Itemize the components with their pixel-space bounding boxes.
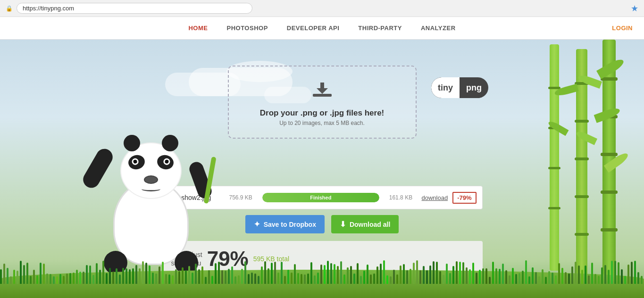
panda-mouth bbox=[142, 187, 160, 191]
panda-eye-right bbox=[163, 157, 171, 166]
dropbox-icon: ✦ bbox=[254, 220, 260, 229]
progress-bar: Finished bbox=[262, 193, 380, 202]
nav-login[interactable]: LOGIN bbox=[612, 25, 633, 32]
file-size-before: 756.9 KB bbox=[229, 194, 258, 201]
panda-nose bbox=[144, 175, 158, 184]
bookmark-star-icon[interactable]: ★ bbox=[631, 3, 638, 14]
nav-home[interactable]: HOME bbox=[188, 25, 208, 32]
save-to-dropbox-button[interactable]: ✦ Save to Dropbox bbox=[245, 215, 325, 233]
tinypng-logo: tiny png bbox=[431, 77, 488, 98]
panda-eye-left bbox=[131, 157, 139, 166]
panda-eye-patch-left bbox=[127, 153, 147, 171]
hero-section: tiny png Drop your .png or .jpg files he… bbox=[0, 40, 644, 298]
drop-zone-subtitle: Up to 20 images, max 5 MB each. bbox=[238, 120, 406, 126]
download-all-button[interactable]: ⬇ Download all bbox=[331, 215, 399, 233]
panda-eye-patch-right bbox=[156, 153, 176, 171]
progress-bar-fill: Finished bbox=[262, 193, 380, 202]
nav-links: HOME PHOTOSHOP DEVELOPER API THIRD-PARTY… bbox=[188, 25, 455, 32]
panda-pupil-left bbox=[133, 159, 138, 164]
file-size-after: 161.8 KB bbox=[384, 194, 412, 201]
panda-pupil-right bbox=[165, 159, 169, 164]
logo-tiny-text: tiny bbox=[431, 77, 460, 98]
download-all-label: Download all bbox=[350, 221, 390, 228]
panda-head bbox=[120, 142, 182, 199]
panda-mascot bbox=[85, 128, 217, 279]
download-link[interactable]: download bbox=[417, 194, 448, 201]
dropbox-label: Save to Dropbox bbox=[264, 221, 316, 228]
svg-rect-0 bbox=[313, 94, 332, 97]
browser-bar: 🔒 https://tinypng.com ★ bbox=[0, 0, 644, 17]
bamboo-decoration bbox=[502, 40, 644, 298]
nav-third-party[interactable]: THIRD-PARTY bbox=[358, 25, 402, 32]
bamboo-stalk-3 bbox=[550, 44, 559, 271]
panda-ear-left bbox=[124, 135, 140, 151]
grass-blades: // Generate grass blades inline via DOM … bbox=[0, 260, 644, 284]
progress-status: Finished bbox=[310, 195, 331, 200]
panda-belly bbox=[134, 208, 167, 251]
panda-arm-left bbox=[80, 146, 116, 190]
percent-badge: -79% bbox=[452, 192, 476, 204]
nav-analyzer[interactable]: ANALYZER bbox=[421, 25, 456, 32]
url-bar[interactable]: https://tinypng.com bbox=[17, 3, 252, 14]
drop-zone-title: Drop your .png or .jpg files here! bbox=[238, 108, 406, 118]
drop-zone[interactable]: Drop your .png or .jpg files here! Up to… bbox=[228, 66, 417, 139]
nav-photoshop[interactable]: PHOTOSHOP bbox=[226, 25, 268, 32]
svg-marker-2 bbox=[317, 88, 328, 94]
logo-png-text: png bbox=[460, 83, 488, 93]
upload-icon bbox=[238, 81, 406, 104]
bamboo-stalk-2 bbox=[576, 49, 587, 285]
panda-ear-right bbox=[162, 135, 178, 151]
download-icon: ⬇ bbox=[340, 220, 346, 229]
lock-icon: 🔒 bbox=[6, 5, 13, 12]
nav-developer-api[interactable]: DEVELOPER API bbox=[287, 25, 339, 32]
nav-bar: HOME PHOTOSHOP DEVELOPER API THIRD-PARTY… bbox=[0, 17, 644, 40]
